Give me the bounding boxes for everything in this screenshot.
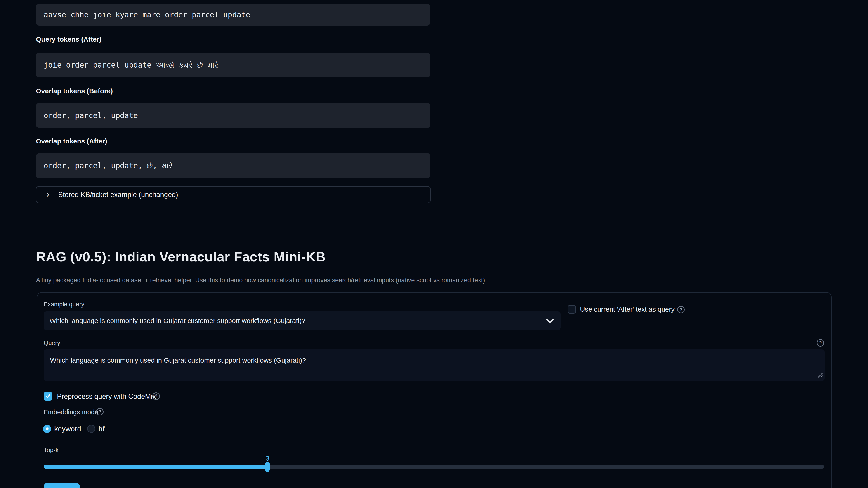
- embeddings-mode-help-icon: ?: [96, 408, 103, 416]
- topk-slider-handle[interactable]: [265, 462, 270, 472]
- example-query-dropdown[interactable]: Which language is commonly used in Gujar…: [43, 311, 561, 330]
- rag-section-subtitle: A tiny packaged India-focused dataset + …: [36, 276, 782, 284]
- overlap-tokens-before-label: Overlap tokens (Before): [36, 87, 113, 95]
- use-after-checkbox-label[interactable]: Use current 'After' text as query: [580, 305, 675, 313]
- overlap-tokens-after-label: Overlap tokens (After): [36, 137, 107, 145]
- query-textarea-value: Which language is commonly used in Gujar…: [50, 357, 306, 364]
- overlap-tokens-after-box[interactable]: order, parcel, update, છે, મારે: [36, 153, 430, 178]
- rag-section-title: RAG (v0.5): Indian Vernacular Facts Mini…: [36, 249, 326, 265]
- preprocess-checkbox[interactable]: [43, 392, 52, 400]
- resize-handle-icon[interactable]: [817, 372, 823, 379]
- topk-slider-value: 3: [262, 455, 273, 462]
- radio-hf[interactable]: [87, 425, 95, 433]
- topk-label: Top-k: [43, 447, 59, 454]
- romanized-output-box[interactable]: aavse chhe joie kyare mare order parcel …: [36, 4, 430, 26]
- stored-kb-accordion-label: Stored KB/ticket example (unchanged): [58, 191, 178, 199]
- example-query-dropdown-value: Which language is commonly used in Gujar…: [50, 317, 305, 325]
- topk-slider-fill: [43, 465, 268, 468]
- query-help-icon: ?: [817, 339, 824, 347]
- overlap-tokens-after-text: order, parcel, update, છે, મારે: [43, 161, 173, 170]
- section-divider: [36, 225, 832, 225]
- stored-kb-accordion[interactable]: › Stored KB/ticket example (unchanged): [36, 186, 431, 203]
- query-textarea[interactable]: Which language is commonly used in Gujar…: [43, 349, 825, 381]
- overlap-tokens-before-box[interactable]: order, parcel, update: [36, 103, 430, 128]
- chevron-down-icon: [546, 317, 554, 325]
- query-tokens-after-text: joie order parcel update આવ્સે ક્યરે છે …: [43, 61, 218, 70]
- radio-keyword[interactable]: [43, 425, 51, 433]
- use-after-checkbox[interactable]: [567, 305, 576, 314]
- query-tokens-after-box[interactable]: joie order parcel update આવ્સે ક્યરે છે …: [36, 53, 430, 77]
- radio-hf-label[interactable]: hf: [98, 425, 105, 433]
- check-icon: [45, 393, 51, 400]
- overlap-tokens-before-text: order, parcel, update: [43, 111, 138, 120]
- topk-slider-track[interactable]: [43, 465, 824, 468]
- chevron-right-icon: ›: [46, 189, 50, 199]
- use-after-help-icon: ?: [677, 306, 685, 313]
- embeddings-mode-label: Embeddings mode: [43, 409, 98, 416]
- run-button[interactable]: [43, 483, 80, 488]
- example-query-label: Example query: [43, 301, 84, 308]
- preprocess-checkbox-label[interactable]: Preprocess query with CodeMix: [57, 392, 156, 400]
- preprocess-help-icon: ?: [152, 392, 160, 400]
- radio-keyword-label[interactable]: keyword: [54, 425, 81, 433]
- query-label: Query: [43, 339, 60, 347]
- romanized-output-text: aavse chhe joie kyare mare order parcel …: [43, 10, 250, 19]
- query-tokens-after-label: Query tokens (After): [36, 35, 101, 43]
- radio-dot: [46, 427, 49, 430]
